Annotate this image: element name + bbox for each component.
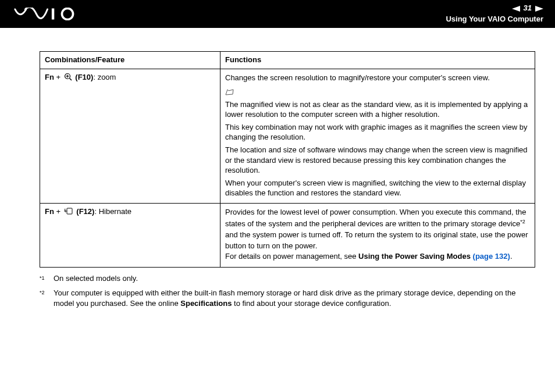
page-content: Combinations/Feature Functions Fn + (F10… bbox=[0, 28, 555, 309]
cell-func-zoom: Changes the screen resolution to magnify… bbox=[220, 69, 535, 204]
footnote-ref-2: *2 bbox=[520, 219, 525, 224]
footnote-marker-1: *1 bbox=[40, 273, 54, 282]
plus-sign: + bbox=[54, 207, 63, 216]
hibernate-desc-1a: Provides for the lowest level of power c… bbox=[225, 208, 526, 228]
th-combinations: Combinations/Feature bbox=[40, 52, 220, 69]
svg-rect-0 bbox=[52, 8, 54, 19]
page-link-132[interactable]: (page 132) bbox=[473, 252, 510, 261]
zoom-icon bbox=[64, 73, 72, 83]
footnote-2: *2 Your computer is equipped with either… bbox=[40, 288, 535, 309]
svg-marker-3 bbox=[535, 6, 543, 12]
zoom-note-4: When your computer's screen view is magn… bbox=[225, 178, 530, 198]
table-header-row: Combinations/Feature Functions bbox=[40, 52, 535, 69]
vaio-logo bbox=[10, 8, 86, 20]
zoom-note-3: The location and size of software window… bbox=[225, 145, 530, 176]
footnotes: *1 On selected models only. *2 Your comp… bbox=[40, 273, 535, 309]
th-functions: Functions bbox=[220, 52, 535, 69]
plus-sign: + bbox=[54, 73, 63, 81]
fn-label: Fn bbox=[45, 207, 54, 216]
specifications-bold: Specifications bbox=[180, 299, 232, 308]
footnote-2-part-c: to find about your storage device config… bbox=[232, 299, 391, 308]
svg-line-7 bbox=[69, 79, 72, 81]
footnote-text-2: Your computer is equipped with either th… bbox=[54, 288, 535, 309]
cell-func-hibernate: Provides for the lowest level of power c… bbox=[220, 203, 535, 268]
period: . bbox=[510, 252, 513, 261]
feature-table: Combinations/Feature Functions Fn + (F10… bbox=[40, 51, 535, 268]
svg-rect-9 bbox=[67, 208, 72, 214]
hibernate-desc-2a: For details on power management, see bbox=[225, 252, 358, 261]
footnote-1: *1 On selected models only. bbox=[40, 273, 535, 284]
svg-point-1 bbox=[62, 8, 73, 19]
table-row: Fn + z (F12): Hibernate Provides for the… bbox=[40, 203, 535, 268]
footnote-marker-2: *2 bbox=[40, 288, 54, 297]
zoom-note-1: The magnified view is not as clear as th… bbox=[225, 99, 530, 120]
combo-label-hibernate: : Hibernate bbox=[94, 207, 131, 216]
fn-label: Fn bbox=[45, 73, 54, 81]
cell-combo-zoom: Fn + (F10): zoom bbox=[40, 69, 220, 204]
table-row: Fn + (F10): zoom Changes the screen reso… bbox=[40, 69, 535, 204]
page-number: 31 bbox=[524, 3, 532, 13]
key-f10: (F10) bbox=[75, 73, 93, 81]
key-f12: (F12) bbox=[76, 207, 94, 216]
prev-page-icon[interactable] bbox=[512, 6, 520, 12]
zoom-note-2: This key combination may not work with g… bbox=[225, 122, 530, 142]
zoom-description: Changes the screen resolution to magnify… bbox=[225, 73, 530, 84]
power-modes-link-text: Using the Power Saving Modes bbox=[358, 252, 472, 261]
header-right: 31 Using Your VAIO Computer bbox=[446, 3, 543, 24]
hibernate-desc-1b: and the system power is turned off. To r… bbox=[225, 230, 528, 250]
page-navigation: 31 bbox=[446, 3, 543, 13]
section-title: Using Your VAIO Computer bbox=[446, 15, 543, 24]
cell-combo-hibernate: Fn + z (F12): Hibernate bbox=[40, 203, 220, 268]
footnote-text-1: On selected models only. bbox=[54, 273, 535, 284]
next-page-icon[interactable] bbox=[535, 6, 543, 12]
combo-label-zoom: : zoom bbox=[93, 73, 116, 81]
note-icon bbox=[225, 88, 530, 97]
header-bar: 31 Using Your VAIO Computer bbox=[0, 0, 555, 28]
hibernate-icon: z bbox=[64, 207, 73, 217]
svg-marker-2 bbox=[512, 6, 520, 12]
